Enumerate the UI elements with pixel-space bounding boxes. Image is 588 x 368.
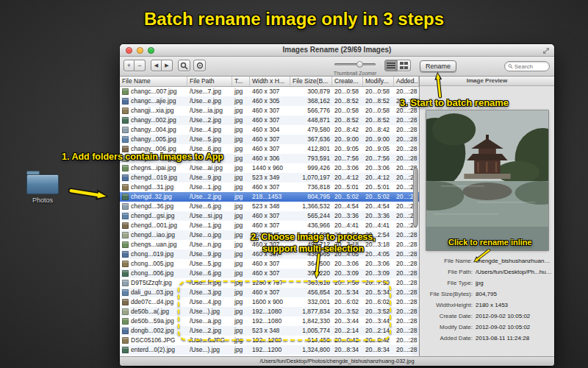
table-row[interactable]: changy...005.jpg/Use...5.jpgjpg460 x 307… xyxy=(120,135,419,144)
table-row[interactable]: chong...006.jpg/Use...6.jpgjpg460 x 3073… xyxy=(120,269,419,278)
table-row[interactable]: chengd...001.jpg/Use...1.jpgjpg460 x 307… xyxy=(120,221,419,230)
magnify-button[interactable] xyxy=(178,60,190,71)
grid-icon xyxy=(400,62,408,69)
column-header[interactable]: File Size(B... xyxy=(290,77,332,86)
preview-field[interactable]: File Type:jpg xyxy=(420,277,554,289)
file-thumbnail-icon xyxy=(122,251,129,258)
table-row[interactable]: chengd...gsi.jpg/Use...si.jpgjpg460 x 30… xyxy=(120,211,419,221)
preview-field[interactable]: File Path:/Users/fun/Desktop/Ph...hushan… xyxy=(420,266,554,277)
table-row[interactable]: chong...005.jpg/Use...5.jpgjpg460 x 3073… xyxy=(120,259,419,269)
file-thumbnail-icon xyxy=(122,318,129,325)
search-input[interactable] xyxy=(514,63,546,70)
file-thumbnail-icon xyxy=(122,261,129,267)
annotation-step2: 2. Choose image to process, support mult… xyxy=(240,231,387,255)
table-row[interactable]: chengd...019.jpg/Use...9.jpgjpg523 x 349… xyxy=(120,173,419,183)
column-header[interactable]: T... xyxy=(232,77,250,86)
view-grid-button[interactable] xyxy=(398,60,411,71)
table-row[interactable]: enterd...0(2).jpg/Use...).jpgjpg192...12… xyxy=(120,345,419,355)
table-row[interactable]: changy...004.jpg/Use...4.jpgjpg460 x 304… xyxy=(120,125,419,135)
preview-field[interactable]: Create Date:2012-09-02 10:05:02 xyxy=(420,311,554,322)
preview-panel: Image Preview File Name:c xyxy=(419,77,554,356)
multi-selection-dashed-box xyxy=(178,280,391,341)
column-header[interactable]: Width x H... xyxy=(250,77,290,86)
column-header[interactable]: Create... xyxy=(332,77,363,86)
preview-field[interactable]: File Name:chengde_bishushanzhuang-032.jp… xyxy=(420,255,554,266)
column-header[interactable]: Modify... xyxy=(363,77,394,86)
file-thumbnail-icon xyxy=(122,347,129,353)
rename-button[interactable]: Rename xyxy=(420,60,456,72)
back-button[interactable]: ◀ xyxy=(151,60,162,71)
column-header[interactable]: File Path xyxy=(187,77,232,86)
file-thumbnail-icon xyxy=(122,213,129,219)
thumbnail-zoom-slider[interactable] xyxy=(334,63,376,66)
step1-arrow-icon xyxy=(68,183,110,203)
file-thumbnail-icon xyxy=(122,107,129,114)
preview-field[interactable]: WidthxHeight:2180 x 1453 xyxy=(420,300,554,311)
file-thumbnail-icon xyxy=(122,88,129,95)
table-header: File NameFile PathT...Width x H...File S… xyxy=(120,77,419,87)
window-titlebar[interactable]: Images Rename (29/69 Images) xyxy=(120,44,554,57)
slider-knob[interactable] xyxy=(356,61,363,68)
preview-field[interactable]: File Size(Bytes):804,795 xyxy=(420,289,554,300)
annotation-rename-inline: Click to rename inline xyxy=(448,238,532,247)
file-thumbnail-icon xyxy=(122,165,129,171)
preview-field[interactable]: Modify Date:2012-09-02 10:05:02 xyxy=(420,322,554,333)
action-button[interactable] xyxy=(193,60,206,71)
file-thumbnail-icon xyxy=(122,299,129,305)
preview-field[interactable]: Added Date:2013-08-11 11:24:28 xyxy=(420,333,554,344)
file-thumbnail-icon xyxy=(122,194,129,200)
action-icon xyxy=(196,62,204,69)
desktop-background: { "headline": "Batch rename image only i… xyxy=(0,0,588,368)
file-thumbnail-icon xyxy=(122,174,129,181)
table-row[interactable]: chegns...ipai.jpg/Use...ai.jpgjpg1440 x … xyxy=(120,163,419,173)
file-thumbnail-icon xyxy=(122,232,129,238)
column-header[interactable]: File Name xyxy=(120,77,187,86)
preview-fields: File Name:chengde_bishushanzhuang-032.jp… xyxy=(420,255,554,344)
file-thumbnail-icon xyxy=(122,117,129,124)
table-row[interactable]: changc...ajie.jpg/Use...e.jpgjpg460 x 30… xyxy=(120,96,419,106)
file-thumbnail-icon xyxy=(122,222,129,229)
file-thumbnail-icon xyxy=(122,289,129,296)
file-thumbnail-icon xyxy=(122,203,129,210)
table-row[interactable]: changc...007.jpg/Use...7.jpgjpg460 x 307… xyxy=(120,87,419,96)
table-row[interactable]: changji...xia.jpg/Use...ia.jpgjpg460 x 3… xyxy=(120,106,419,116)
file-thumbnail-icon xyxy=(122,136,129,143)
annotation-step1: 1. Add folders contain images to App xyxy=(62,152,223,162)
annotation-step3: 3. Start to batch rename xyxy=(400,97,509,108)
photos-folder-label: Photos xyxy=(26,197,59,204)
status-bar: /Users/fun/Desktop/Photos/chengde_bishus… xyxy=(120,356,554,366)
file-thumbnail-icon xyxy=(122,280,129,286)
table-scrollbar[interactable] xyxy=(412,87,419,356)
view-list-button[interactable] xyxy=(384,60,398,71)
fullscreen-icon[interactable] xyxy=(542,47,550,54)
column-header[interactable]: Added... xyxy=(394,77,419,86)
table-row[interactable]: changy...002.jpg/Use...2.jpgjpg460 x 307… xyxy=(120,116,419,125)
search-icon xyxy=(508,63,513,69)
forward-button[interactable]: ▶ xyxy=(162,60,173,71)
add-button[interactable]: + xyxy=(123,60,135,71)
file-thumbnail-icon xyxy=(122,337,129,344)
window-title: Images Rename (29/69 Images) xyxy=(120,44,554,56)
photos-folder[interactable]: Photos xyxy=(26,171,59,204)
file-thumbnail-icon xyxy=(122,184,129,191)
table-row[interactable]: chengd...36.jpg/Use...6.jpgjpg523 x 3481… xyxy=(120,202,419,211)
page-headline: Batch rename image only in 3 steps xyxy=(0,9,588,29)
thumbnail-zoomer-label: Thumbnail Zoomer xyxy=(317,71,393,76)
file-thumbnail-icon xyxy=(122,98,129,105)
file-thumbnail-icon xyxy=(122,127,129,133)
magnifier-icon xyxy=(180,62,188,70)
close-button[interactable] xyxy=(126,47,132,54)
minimize-button[interactable] xyxy=(137,47,143,54)
file-thumbnail-icon xyxy=(122,328,129,334)
search-field[interactable] xyxy=(504,61,550,71)
status-path: /Users/fun/Desktop/Photos/chengde_bishus… xyxy=(259,358,414,364)
file-thumbnail-icon xyxy=(122,308,129,315)
scrollbar-thumb[interactable] xyxy=(413,168,418,227)
zoom-button[interactable] xyxy=(148,47,154,54)
table-row[interactable]: chengd..32.jpg/Use...2.jpgjpg218...14538… xyxy=(120,192,419,202)
remove-button[interactable]: − xyxy=(135,60,146,71)
file-thumbnail-icon xyxy=(122,270,129,277)
list-icon xyxy=(387,62,395,69)
table-row[interactable]: chengd...31.jpg/Use...1.jpgjpg460 x 3077… xyxy=(120,183,419,192)
file-thumbnail-icon xyxy=(122,241,129,248)
